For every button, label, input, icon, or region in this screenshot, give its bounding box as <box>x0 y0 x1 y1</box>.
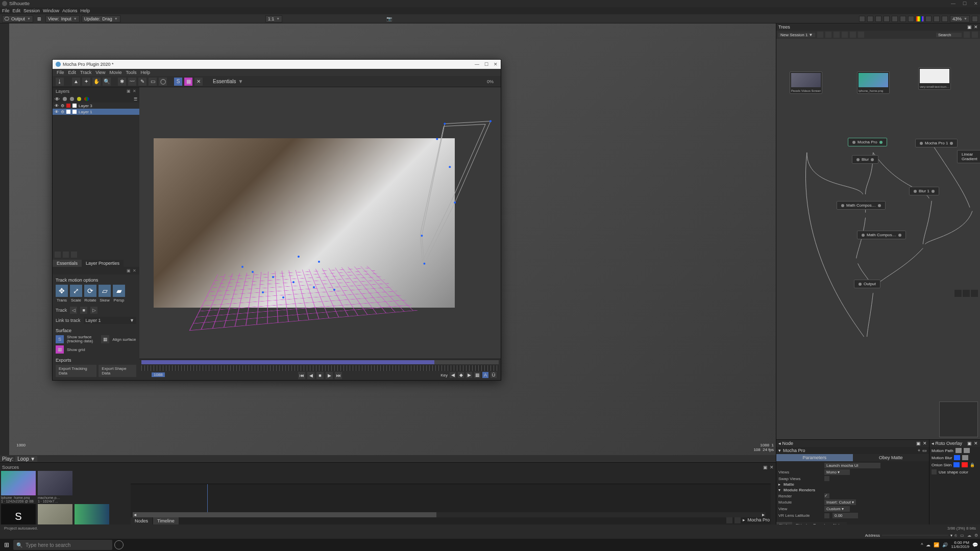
menu-dots-icon[interactable]: ☰ <box>134 97 137 102</box>
expand-button[interactable]: ⊞ <box>35 16 43 22</box>
export-tracking-button[interactable]: Export Tracking Data <box>56 365 96 377</box>
lock-icon[interactable] <box>70 97 74 101</box>
mocha-menu-view[interactable]: View <box>95 70 105 75</box>
mocha-menu-file[interactable]: File <box>57 70 64 75</box>
cortana-icon[interactable] <box>114 540 124 549</box>
tool-icon-3[interactable] <box>884 16 890 22</box>
xspline-tool[interactable]: ✱ <box>118 78 126 86</box>
ratio-dropdown[interactable]: 1:1▼ <box>265 15 282 22</box>
mocha-menu-tools[interactable]: Tools <box>126 70 137 75</box>
tab-layer-properties[interactable]: Layer Properties <box>82 260 124 267</box>
source-thumb[interactable]: Iphone_home.png 1 · 1242x2208 @ 8B <box>1 471 36 503</box>
tool-icon-6[interactable] <box>908 16 914 22</box>
surface-toggle[interactable]: S <box>174 78 182 86</box>
node-blur[interactable]: Blur <box>852 155 878 164</box>
add-layer-icon[interactable] <box>55 252 61 258</box>
minimize-button[interactable]: — <box>951 1 955 6</box>
align-surface-icon[interactable]: ▦ <box>101 335 109 343</box>
tool-icon-10[interactable] <box>972 16 978 22</box>
output-dropdown[interactable]: 🖵 Output ▼ <box>2 15 33 22</box>
notifications-icon[interactable]: 💬 <box>972 542 978 547</box>
pointer-tool[interactable]: ▲ <box>72 78 80 86</box>
node-source-2[interactable]: Iphone_home.png <box>857 71 890 94</box>
mocha-titlebar[interactable]: Mocha Pro Plugin 2020 * — ☐ ✕ <box>53 60 501 69</box>
menu-window[interactable]: Window <box>43 8 59 13</box>
layer-row-selected[interactable]: 👁⚙ Layer 1 <box>53 109 139 115</box>
motion-blur-swatch[interactable] <box>954 455 960 460</box>
node-source-1[interactable]: Pexels Videos Screen… <box>790 71 822 94</box>
view-dropdown[interactable]: Custom ▾ <box>824 506 850 512</box>
key-prev-button[interactable]: ◀ <box>450 372 456 378</box>
timeline-icon-1[interactable] <box>726 517 732 523</box>
step-forward-button[interactable]: ▶ <box>326 372 333 379</box>
close-icon[interactable]: ✕ <box>974 24 978 30</box>
track-perspective-button[interactable]: ▰ <box>113 285 125 297</box>
delete-layer-icon[interactable] <box>71 252 77 258</box>
node-mocha-pro[interactable]: Mocha Pro <box>848 138 887 146</box>
collapse-icon[interactable]: ▾ <box>778 448 781 453</box>
key-add-button[interactable]: ◆ <box>458 372 464 378</box>
mocha-menu-movie[interactable]: Movie <box>110 70 122 75</box>
tray-wifi-icon[interactable]: 📶 <box>934 542 939 547</box>
track-rotate-button[interactable]: ⟳ <box>84 285 96 297</box>
tool-icon-1[interactable] <box>859 16 865 22</box>
tree-tool-7[interactable] <box>972 32 978 38</box>
key-next-button[interactable]: ▶ <box>466 372 472 378</box>
track-translate-button[interactable]: ✥ <box>56 285 68 297</box>
tab-essentials[interactable]: Essentials <box>53 260 82 267</box>
link-to-track-dropdown[interactable]: Layer 1▼ <box>84 317 136 324</box>
mocha-close[interactable]: ✕ <box>494 62 498 67</box>
node-output[interactable]: Output <box>854 280 880 288</box>
menu-session[interactable]: Session <box>23 8 40 13</box>
autokey-button[interactable]: A <box>482 372 488 378</box>
stop-button[interactable]: ■ <box>316 372 324 379</box>
surface-icon[interactable]: S <box>56 335 64 343</box>
key-icon-1[interactable]: ▦ <box>474 372 480 378</box>
mocha-minimize[interactable]: — <box>475 62 479 67</box>
go-start-button[interactable]: ⏮ <box>298 372 305 379</box>
grid-icon[interactable]: ▦ <box>56 345 64 354</box>
node-linear-gradient[interactable]: Linear Gradient <box>957 150 980 163</box>
close-button[interactable]: ✕ <box>974 1 978 6</box>
close-icon[interactable]: ✕ <box>974 441 978 446</box>
taskbar-clock[interactable]: 6:00 PM 11/6/2019 <box>951 541 969 549</box>
timeline-ruler[interactable]: 1088 <box>141 365 499 371</box>
search-icon[interactable] <box>964 32 970 38</box>
tool-icon-7[interactable] <box>925 16 932 22</box>
maximize-button[interactable]: ☐ <box>963 1 967 6</box>
tab-nodes[interactable]: Nodes <box>131 517 152 524</box>
uberkey-button[interactable]: Ü <box>491 372 497 378</box>
layer-row[interactable]: 👁⚙ Layer 3 <box>53 103 139 109</box>
track-backward-button[interactable]: ◁ <box>70 307 77 314</box>
close-icon[interactable]: ✕ <box>923 441 927 446</box>
mocha-menu-track[interactable]: Track <box>80 70 91 75</box>
launch-mocha-button[interactable]: Launch mocha UI <box>824 463 880 468</box>
address-input[interactable] <box>882 535 948 536</box>
node-minimap[interactable] <box>939 402 978 437</box>
add-point-tool[interactable]: ✦ <box>82 78 90 86</box>
timeline-scrollbar[interactable]: ▸◂ <box>133 512 766 517</box>
tree-tool-4[interactable] <box>842 32 848 38</box>
grid-toggle[interactable]: ▦ <box>184 78 192 86</box>
node-mocha-pro-1[interactable]: Mocha Pro 1 <box>915 139 958 147</box>
go-end-button[interactable]: ⏭ <box>335 372 342 379</box>
export-shape-button[interactable]: Export Shape Data <box>99 365 136 377</box>
gear-icon[interactable] <box>63 97 67 101</box>
zoom-dropdown[interactable]: 43%▼ <box>950 15 970 22</box>
source-thumb[interactable]: machome.p… 1 · 1024x7… <box>38 471 72 503</box>
start-button[interactable]: ⊞ <box>2 540 11 549</box>
tool-icon-5[interactable] <box>900 16 906 22</box>
tool-icon-9[interactable] <box>942 16 948 22</box>
undock-icon[interactable]: ▣ <box>967 24 972 30</box>
tree-tool-3[interactable] <box>834 32 840 38</box>
undock-icon[interactable]: ▣ <box>916 441 921 446</box>
undock-icon[interactable]: ▣ <box>967 441 972 446</box>
menu-edit[interactable]: Edit <box>13 8 21 13</box>
menu-actions[interactable]: Actions <box>62 8 78 13</box>
undock-icon-2[interactable]: ▣ <box>127 268 131 273</box>
color-icon[interactable] <box>84 97 89 101</box>
render-checkbox[interactable] <box>824 493 829 498</box>
close-panel-icon[interactable]: ✕ <box>133 89 136 94</box>
tree-tool-6[interactable] <box>858 32 864 38</box>
onion-skin-red[interactable] <box>962 462 968 467</box>
